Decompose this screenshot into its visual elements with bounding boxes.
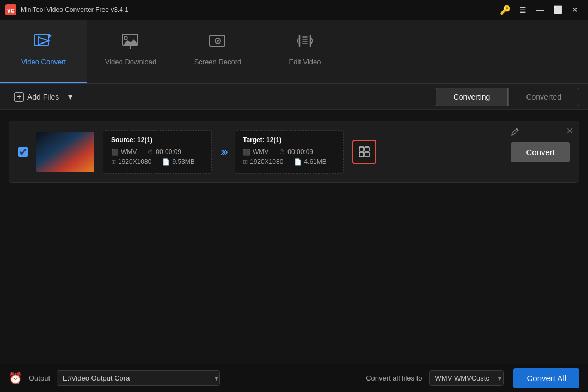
- source-duration-value: 00:00:09: [156, 148, 181, 156]
- svg-rect-8: [359, 147, 364, 151]
- source-format-icon: ⬛: [111, 149, 119, 156]
- source-format-value: WMV: [121, 148, 137, 156]
- source-size-value: 9.53MB: [172, 158, 194, 166]
- title-controls: ☰ — ⬜ ✕: [515, 4, 583, 16]
- svg-rect-10: [365, 147, 369, 151]
- key-icon-button[interactable]: 🔑: [500, 5, 511, 15]
- svg-point-4: [124, 36, 127, 40]
- source-label: Source:: [111, 136, 136, 144]
- source-format-item: ⬛ WMV: [111, 148, 137, 156]
- source-section: Source: 12(1) ⬛ WMV ⏱ 00:00:09 ⊞ 1920: [103, 130, 212, 174]
- target-duration-value: 00:00:09: [287, 148, 313, 156]
- target-settings-button[interactable]: [352, 140, 376, 164]
- add-files-dropdown-button[interactable]: ▼: [64, 89, 76, 105]
- thumbnail-overlay: [36, 132, 94, 172]
- target-count: 12(1): [266, 136, 281, 144]
- file-thumbnail: [36, 132, 94, 172]
- source-count: 12(1): [137, 136, 152, 144]
- svg-rect-9: [359, 152, 364, 157]
- target-clock-icon: ⏱: [279, 149, 285, 155]
- screen-record-icon: [208, 33, 228, 53]
- source-resolution-item: ⊞ 1920X1080: [111, 158, 151, 166]
- source-size-icon: 📄: [162, 158, 170, 166]
- target-resolution-item: ⊞ 1920X1080: [243, 158, 283, 166]
- file-checkbox[interactable]: [18, 147, 28, 157]
- card-close-button[interactable]: ✕: [566, 127, 573, 136]
- close-button[interactable]: ✕: [567, 4, 583, 16]
- target-size-value: 4.61MB: [304, 158, 326, 166]
- nav-video-download[interactable]: Video Download: [87, 20, 174, 83]
- convert-all-button[interactable]: Convert All: [513, 368, 579, 388]
- source-resolution-value: 1920X1080: [118, 158, 151, 166]
- svg-rect-11: [365, 152, 369, 157]
- nav-video-download-label: Video Download: [105, 58, 156, 66]
- main-content: Source: 12(1) ⬛ WMV ⏱ 00:00:09 ⊞ 1920: [0, 110, 588, 364]
- svg-point-7: [217, 40, 219, 42]
- conversion-arrows: ›››: [220, 145, 226, 159]
- source-duration-item: ⏱ 00:00:09: [148, 148, 181, 156]
- target-label: Target:: [243, 136, 265, 144]
- source-resolution-icon: ⊞: [111, 158, 116, 166]
- title-bar: vc MiniTool Video Converter Free v3.4.1 …: [0, 0, 588, 20]
- source-info-row-2: ⊞ 1920X1080 📄 9.53MB: [111, 158, 204, 166]
- edit-video-icon: [295, 33, 315, 53]
- target-edit-button[interactable]: [511, 128, 519, 137]
- nav-edit-video[interactable]: Edit Video: [261, 20, 348, 83]
- source-info-row-1: ⬛ WMV ⏱ 00:00:09: [111, 148, 204, 156]
- tabs-container: Converting Converted: [436, 88, 579, 106]
- key-icon: 🔑: [500, 5, 511, 15]
- nav-screen-record[interactable]: Screen Record: [174, 20, 261, 83]
- source-clock-icon: ⏱: [148, 149, 154, 155]
- tab-converted[interactable]: Converted: [508, 88, 579, 106]
- toolbar: + Add Files ▼ Converting Converted: [0, 84, 588, 110]
- target-format-icon: ⬛: [243, 149, 250, 156]
- svg-text:vc: vc: [7, 7, 15, 14]
- nav-video-convert[interactable]: Video Convert: [0, 20, 87, 83]
- source-size-item: 📄 9.53MB: [162, 158, 194, 166]
- app-title: MiniTool Video Converter Free v3.4.1: [21, 6, 128, 14]
- target-info-row-1: ⬛ WMV ⏱ 00:00:09: [243, 148, 335, 156]
- file-card: Source: 12(1) ⬛ WMV ⏱ 00:00:09 ⊞ 1920: [9, 121, 579, 183]
- target-resolution-icon: ⊞: [243, 158, 248, 166]
- nav-screen-record-label: Screen Record: [194, 58, 242, 66]
- nav-bar: Video Convert Video Download Screen Reco…: [0, 20, 588, 84]
- app-logo: vc: [5, 4, 16, 15]
- tab-converting[interactable]: Converting: [436, 88, 509, 106]
- target-resolution-value: 1920X1080: [250, 158, 283, 166]
- target-size-icon: 📄: [294, 158, 302, 166]
- target-duration-item: ⏱ 00:00:09: [279, 148, 313, 156]
- convert-button[interactable]: Convert: [511, 142, 570, 162]
- settings-icon: [358, 146, 370, 158]
- minimize-button[interactable]: —: [532, 4, 548, 16]
- maximize-button[interactable]: ⬜: [550, 4, 565, 16]
- edit-icon: [511, 128, 519, 136]
- title-left: vc MiniTool Video Converter Free v3.4.1: [5, 4, 128, 15]
- nav-video-convert-label: Video Convert: [21, 58, 66, 66]
- target-info-row-2: ⊞ 1920X1080 📄 4.61MB: [243, 158, 335, 166]
- clock-icon: ⏰: [9, 372, 22, 385]
- target-size-item: 📄 4.61MB: [294, 158, 326, 166]
- nav-edit-video-label: Edit Video: [289, 58, 321, 66]
- video-convert-icon: [34, 33, 53, 53]
- target-header: Target: 12(1): [243, 136, 335, 144]
- menu-button[interactable]: ☰: [515, 4, 530, 16]
- file-info: Source: 12(1) ⬛ WMV ⏱ 00:00:09 ⊞ 1920: [103, 130, 502, 174]
- target-section: Target: 12(1) ⬛ WMV ⏱ 00:00:09 ⊞ 1920: [235, 130, 344, 174]
- target-format-item: ⬛ WMV: [243, 148, 268, 156]
- source-header: Source: 12(1): [111, 136, 204, 144]
- video-download-icon: [121, 33, 140, 53]
- add-files-button[interactable]: + Add Files: [9, 89, 64, 105]
- output-path-select[interactable]: E:\Video Output Cora: [57, 370, 220, 386]
- convert-all-files-label: Convert all files to: [366, 374, 422, 382]
- format-select[interactable]: WMV WMVCustc: [429, 370, 504, 386]
- add-files-plus-icon: +: [14, 92, 24, 102]
- output-label: Output: [29, 374, 50, 382]
- bottom-bar: ⏰ Output E:\Video Output Cora ▼ Convert …: [0, 364, 588, 392]
- add-files-label: Add Files: [27, 93, 59, 101]
- target-format-value: WMV: [253, 148, 268, 156]
